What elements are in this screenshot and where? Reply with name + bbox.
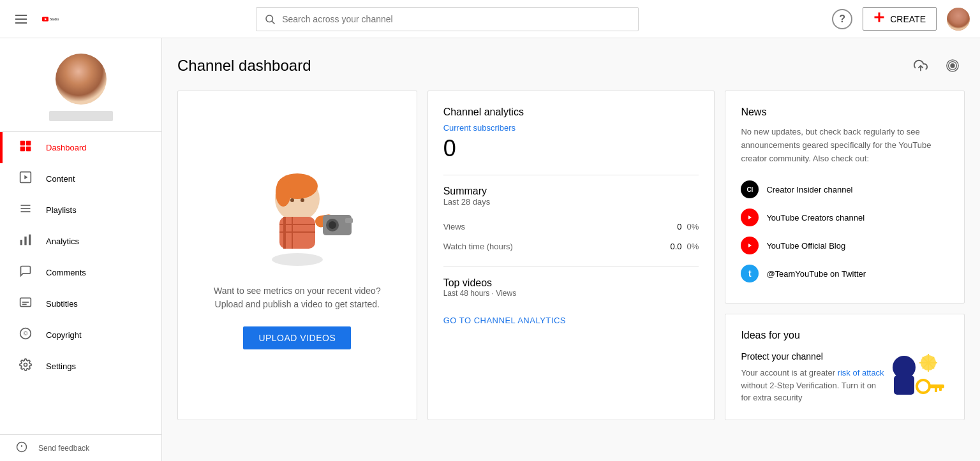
- svg-point-45: [329, 221, 336, 229]
- svg-rect-18: [29, 235, 31, 245]
- views-num: 0: [677, 222, 681, 231]
- channel-item-yt-blog[interactable]: YouTube Official Blog: [741, 231, 949, 260]
- sidebar-comments-label: Comments: [46, 268, 86, 277]
- create-label: CREATE: [890, 14, 926, 24]
- sidebar-avatar[interactable]: [56, 54, 107, 105]
- copyright-icon: ©: [18, 327, 33, 343]
- sidebar-item-analytics[interactable]: Analytics: [0, 226, 161, 257]
- watchtime-num: 0.0: [671, 242, 682, 251]
- header: Studio ? CREATE: [0, 0, 980, 38]
- protect-channel-content: Protect your channel Your account is at …: [741, 351, 885, 404]
- svg-point-47: [272, 253, 323, 266]
- upload-empty-text: Want to see metrics on your recent video…: [214, 284, 381, 311]
- search-bar: [256, 7, 639, 31]
- svg-rect-61: [939, 386, 942, 391]
- upload-videos-button[interactable]: UPLOAD VIDEOS: [243, 326, 351, 349]
- page-title: Channel dashboard: [177, 57, 311, 75]
- yt-creators-icon: [741, 209, 759, 226]
- security-illustration: [885, 351, 949, 402]
- sidebar-item-subtitles[interactable]: Subtitles: [0, 288, 161, 319]
- ideas-card-inner: Protect your channel Your account is at …: [741, 351, 949, 404]
- svg-line-4: [272, 21, 275, 24]
- protect-title: Protect your channel: [741, 351, 885, 362]
- header-right: ? CREATE: [832, 7, 970, 31]
- yt-blog-name: YouTube Official Blog: [766, 241, 845, 251]
- sidebar-item-copyright[interactable]: © Copyright: [0, 319, 161, 351]
- svg-point-36: [301, 198, 304, 202]
- channel-item-yt-creators[interactable]: YouTube Creators channel: [741, 203, 949, 231]
- settings-icon: [18, 358, 33, 374]
- svg-text:Studio: Studio: [50, 17, 59, 20]
- send-feedback-label: Send feedback: [38, 444, 89, 453]
- search-icon: [264, 13, 276, 25]
- sidebar-item-dashboard[interactable]: Dashboard: [0, 132, 161, 163]
- divider-2: [443, 267, 699, 267]
- svg-rect-7: [20, 141, 26, 146]
- views-label: Views: [443, 222, 465, 231]
- views-metric-row: Views 0 0%: [443, 217, 699, 237]
- avatar-image: [947, 8, 970, 31]
- sidebar-subtitles-label: Subtitles: [46, 299, 78, 309]
- svg-text:©: ©: [24, 330, 28, 337]
- views-pct: 0%: [687, 222, 699, 231]
- svg-rect-46: [345, 218, 353, 223]
- sidebar-item-comments[interactable]: Comments: [0, 257, 161, 288]
- upload-icon: [914, 59, 928, 73]
- svg-point-34: [276, 179, 291, 207]
- youtube-studio-logo-icon: Studio: [42, 12, 63, 26]
- sidebar-item-settings[interactable]: Settings: [0, 351, 161, 382]
- svg-rect-16: [20, 240, 22, 245]
- avatar[interactable]: [947, 8, 970, 31]
- dashboard-grid: Want to see metrics on your recent video…: [177, 91, 965, 420]
- twitter-icon: t: [741, 265, 759, 282]
- create-button[interactable]: CREATE: [863, 7, 937, 31]
- live-icon-btn[interactable]: [940, 54, 965, 78]
- watchtime-pct: 0%: [687, 242, 699, 251]
- sidebar-item-playlists[interactable]: Playlists: [0, 194, 161, 226]
- sidebar-copyright-label: Copyright: [46, 330, 82, 340]
- go-to-channel-analytics-link[interactable]: GO TO CHANNEL ANALYTICS: [443, 316, 566, 325]
- sidebar: Dashboard Content Playlists Analytics: [0, 38, 162, 461]
- page-header: Channel dashboard: [177, 54, 965, 78]
- svg-rect-53: [894, 376, 914, 395]
- header-actions: [909, 54, 965, 78]
- dashboard-icon: [18, 140, 33, 156]
- content-icon: [18, 171, 33, 187]
- sidebar-analytics-label: Analytics: [46, 237, 79, 246]
- channel-item-creator-insider[interactable]: CI Creator Insider channel: [741, 175, 949, 203]
- analytics-card-title: Channel analytics: [443, 106, 699, 118]
- sidebar-item-send-feedback[interactable]: Send feedback: [0, 435, 161, 461]
- menu-icon[interactable]: [10, 10, 32, 29]
- header-left: Studio: [10, 10, 63, 29]
- analytics-card: Channel analytics Current subscribers 0 …: [427, 91, 715, 420]
- ideas-title: Ideas for you: [741, 330, 949, 341]
- main-layout: Dashboard Content Playlists Analytics: [0, 38, 980, 461]
- news-card: News No new updates, but check back regu…: [725, 91, 965, 304]
- sidebar-item-content[interactable]: Content: [0, 163, 161, 194]
- svg-rect-62: [935, 386, 937, 392]
- top-videos-title: Top videos: [443, 277, 699, 289]
- upload-card: Want to see metrics on your recent video…: [177, 91, 417, 420]
- svg-point-59: [917, 380, 930, 393]
- svg-point-24: [24, 363, 27, 367]
- summary-period: Last 28 days: [443, 197, 699, 207]
- svg-rect-8: [26, 141, 31, 146]
- search-input[interactable]: [282, 14, 630, 24]
- upload-icon-btn[interactable]: [909, 54, 933, 78]
- svg-point-52: [893, 356, 916, 379]
- summary-title: Summary: [443, 186, 699, 197]
- help-icon[interactable]: ?: [832, 9, 852, 29]
- risk-link[interactable]: risk of attack: [838, 368, 884, 377]
- feedback-icon: [15, 441, 28, 455]
- divider-1: [443, 175, 699, 175]
- svg-rect-9: [20, 147, 26, 152]
- svg-point-29: [950, 63, 954, 68]
- create-plus-icon: [873, 11, 885, 26]
- watchtime-metric-row: Watch time (hours) 0.0 0%: [443, 237, 699, 256]
- channel-item-twitter[interactable]: t @TeamYouTube on Twitter: [741, 260, 949, 288]
- playlists-icon: [18, 202, 33, 218]
- watchtime-label: Watch time (hours): [443, 242, 513, 251]
- svg-rect-6: [875, 17, 884, 18]
- logo[interactable]: Studio: [42, 12, 63, 26]
- live-icon: [946, 59, 960, 73]
